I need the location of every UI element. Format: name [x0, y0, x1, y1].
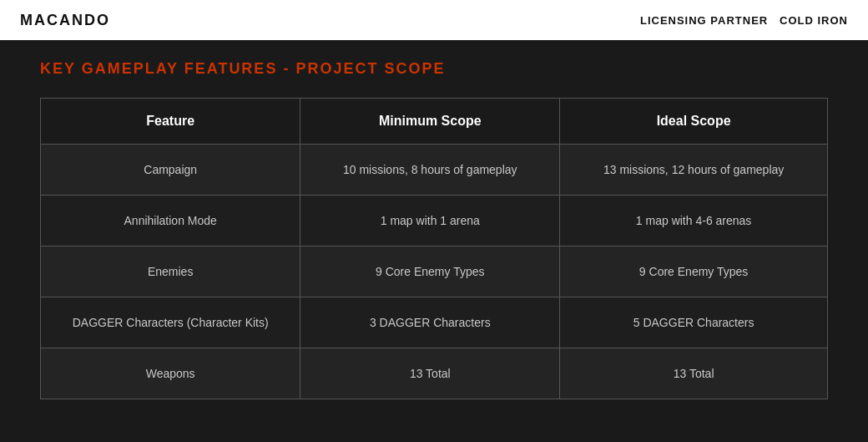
cell-ideal-0: 13 missions, 12 hours of gameplay — [560, 145, 827, 196]
header-logo: MACANDO — [20, 12, 110, 29]
header: MACANDO LICENSING PARTNER COLD IRON — [0, 0, 868, 40]
cell-minimum-2: 9 Core Enemy Types — [300, 246, 560, 297]
page-title: KEY GAMEPLAY FEATURES - PROJECT SCOPE — [40, 60, 828, 78]
cell-feature-0: Campaign — [41, 145, 300, 196]
cell-ideal-3: 5 DAGGER Characters — [560, 297, 827, 348]
cell-ideal-2: 9 Core Enemy Types — [560, 246, 827, 297]
main-content: KEY GAMEPLAY FEATURES - PROJECT SCOPE Fe… — [0, 40, 868, 419]
col-header-minimum: Minimum Scope — [300, 99, 560, 145]
table-row: Annihilation Mode1 map with 1 arena1 map… — [41, 196, 827, 246]
cell-minimum-1: 1 map with 1 arena — [300, 196, 560, 246]
table-row: Enemies9 Core Enemy Types9 Core Enemy Ty… — [41, 246, 827, 297]
cell-feature-3: DAGGER Characters (Character Kits) — [41, 297, 300, 348]
table-row: Campaign10 missions, 8 hours of gameplay… — [41, 145, 827, 196]
table-row: DAGGER Characters (Character Kits)3 DAGG… — [41, 297, 827, 348]
cell-ideal-4: 13 Total — [560, 348, 827, 399]
header-partner-name: COLD IRON — [780, 14, 848, 27]
col-header-feature: Feature — [41, 99, 300, 145]
cell-feature-4: Weapons — [41, 348, 300, 399]
cell-minimum-0: 10 missions, 8 hours of gameplay — [300, 145, 560, 196]
cell-minimum-3: 3 DAGGER Characters — [300, 297, 560, 348]
cell-ideal-1: 1 map with 4-6 arenas — [560, 196, 827, 246]
cell-feature-2: Enemies — [41, 246, 300, 297]
cell-feature-1: Annihilation Mode — [41, 196, 300, 246]
header-partner-text: LICENSING PARTNER COLD IRON — [640, 14, 848, 27]
header-partner-prefix: LICENSING PARTNER — [640, 14, 768, 27]
features-table: Feature Minimum Scope Ideal Scope Campai… — [41, 99, 827, 399]
table-row: Weapons13 Total13 Total — [41, 348, 827, 399]
table-header-row: Feature Minimum Scope Ideal Scope — [41, 99, 827, 145]
cell-minimum-4: 13 Total — [300, 348, 560, 399]
col-header-ideal: Ideal Scope — [560, 99, 827, 145]
table-container: Feature Minimum Scope Ideal Scope Campai… — [40, 98, 828, 399]
